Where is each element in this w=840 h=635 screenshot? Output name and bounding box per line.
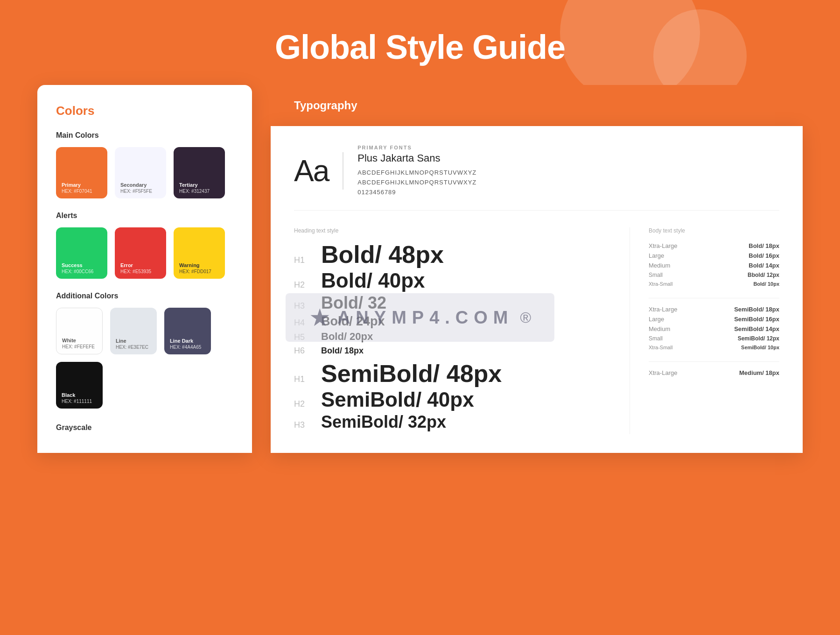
typography-body: Aa PRIMARY FONTS Plus Jakarta Sans ABCDE… <box>271 126 803 453</box>
body-sm-semi-weight: SemiBold/ 12px <box>738 335 779 342</box>
body-md-semi-weight: SemiBold/ 14px <box>734 325 779 332</box>
h1-tag: H1 <box>294 255 311 265</box>
body-lg-label: Large <box>649 252 691 259</box>
body-xs-label: Xtra-Small <box>649 281 691 287</box>
alerts-title: Alerts <box>56 212 233 220</box>
swatch-error: Error HEX: #E53935 <box>115 227 166 279</box>
swatch-tertiary: Tertiary HEX: #312437 <box>174 147 225 198</box>
h1-bold-label: Bold/ 48px <box>321 242 444 267</box>
colors-panel: Colors Main Colors Primary HEX: #F07041 … <box>37 85 252 453</box>
font-showcase: Aa PRIMARY FONTS Plus Jakarta Sans ABCDE… <box>294 145 779 211</box>
h1-semi-tag: H1 <box>294 374 311 384</box>
heading-h5-bold: H5 Bold/ 20px <box>294 332 611 342</box>
additional-colors-title: Additional Colors <box>56 292 233 300</box>
h2-tag: H2 <box>294 280 311 290</box>
h3-semi-label: SemiBold/ 32px <box>321 414 446 430</box>
swatch-error-hex: HEX: #E53935 <box>120 269 161 274</box>
swatch-white-label: White <box>62 338 97 343</box>
alphabet-line2: ABCDEFGHIJKLMNOPQRSTUVWXYZ <box>357 178 476 188</box>
swatch-linedark: Line Dark HEX: #4A4A65 <box>164 308 211 354</box>
body-medium-section: Xtra-Large Medium/ 18px <box>649 369 779 376</box>
swatch-line-hex: HEX: #E3E7EC <box>116 345 151 350</box>
h3-tag: H3 <box>294 301 311 311</box>
swatch-primary-label: Primary <box>62 182 102 188</box>
alphabet-line1: ABCDEFGHIJKLMNOPQRSTUVWXYZ <box>357 168 476 178</box>
body-lg-semi: Large SemiBold/ 16px <box>649 316 779 323</box>
body-md-semi-label: Medium <box>649 325 691 332</box>
body-lg-weight: Bold/ 16px <box>749 252 779 259</box>
body-xl-bold: Xtra-Large Bold/ 18px <box>649 242 779 249</box>
colors-section-title: Colors <box>56 104 233 118</box>
swatch-success: Success HEX: #00CC66 <box>56 227 107 279</box>
body-xs-semi: Xtra-Small SemiBold/ 10px <box>649 345 779 350</box>
body-xs-semi-label: Xtra-Small <box>649 345 691 350</box>
additional-swatches: White HEX: #FEFEFE Line HEX: #E3E7EC Lin… <box>56 308 233 409</box>
typography-header-label: Typography <box>294 99 357 112</box>
heading-h1-semi: H1 SemiBold/ 48px <box>294 361 611 386</box>
body-xl-semi-weight: SemiBold/ 18px <box>734 306 779 313</box>
main-colors-title: Main Colors <box>56 131 233 140</box>
body-semibold-section: Xtra-Large SemiBold/ 18px Large SemiBold… <box>649 306 779 350</box>
body-sm-semi: Small SemiBold/ 12px <box>649 335 779 342</box>
h1-semi-label: SemiBold/ 48px <box>321 361 502 386</box>
body-xs-bold: Xtra-Small Bold/ 10px <box>649 281 779 287</box>
body-bold-section: Xtra-Large Bold/ 18px Large Bold/ 16px M… <box>649 242 779 287</box>
swatch-warning-hex: HEX: #FDD017 <box>179 269 219 274</box>
heading-h1-bold: H1 Bold/ 48px <box>294 242 611 267</box>
font-sample-aa: Aa <box>294 154 329 188</box>
body-xs-weight: Bold/ 10px <box>753 281 779 287</box>
swatch-secondary-hex: HEX: #F5F5FE <box>120 189 161 194</box>
typography-panel: Typography Aa PRIMARY FONTS Plus Jakarta… <box>271 85 803 453</box>
swatch-warning: Warning HEX: #FDD017 <box>174 227 225 279</box>
typography-header: Typography <box>271 85 803 126</box>
swatch-linedark-label: Line Dark <box>170 338 205 344</box>
swatch-success-hex: HEX: #00CC66 <box>62 269 102 274</box>
swatch-white-hex: HEX: #FEFEFE <box>62 344 97 349</box>
body-divider-2 <box>649 361 779 362</box>
heading-h6-bold: H6 Bold/ 18px <box>294 346 611 356</box>
h4-bold-label: Bold/ 24px <box>321 315 385 328</box>
swatch-primary: Primary HEX: #F07041 <box>56 147 107 198</box>
body-md-weight: Bold/ 14px <box>749 262 779 269</box>
grayscale-title: Grayscale <box>56 423 233 432</box>
body-divider-1 <box>649 298 779 298</box>
body-md-label: Medium <box>649 262 691 269</box>
body-lg-semi-weight: SemiBold/ 16px <box>734 316 779 323</box>
h5-bold-label: Bold/ 20px <box>321 332 373 342</box>
h3-bold-label: Bold/ 32 <box>321 295 386 311</box>
h5-tag: H5 <box>294 332 311 342</box>
heading-column: Heading text style H1 Bold/ 48px H2 Bold… <box>294 227 630 434</box>
body-xl-semi-label: Xtra-Large <box>649 306 691 313</box>
body-md-bold: Medium Bold/ 14px <box>649 262 779 269</box>
swatch-secondary: Secondary HEX: #F5F5FE <box>115 147 166 198</box>
body-sm-bold: Small Bbold/ 12px <box>649 272 779 278</box>
swatch-error-label: Error <box>120 262 161 268</box>
body-xl-label: Xtra-Large <box>649 242 691 249</box>
h3-semi-tag: H3 <box>294 420 311 430</box>
swatch-success-label: Success <box>62 262 102 268</box>
body-lg-bold: Large Bold/ 16px <box>649 252 779 259</box>
swatch-black-hex: HEX: #111111 <box>62 399 97 404</box>
body-xl-weight: Bold/ 18px <box>749 242 779 249</box>
body-xl-semi: Xtra-Large SemiBold/ 18px <box>649 306 779 313</box>
body-xl-medium-weight: Medium/ 18px <box>739 369 779 376</box>
swatch-tertiary-label: Tertiary <box>179 182 219 188</box>
h6-tag: H6 <box>294 346 311 356</box>
heading-h3-bold: H3 Bold/ 32 <box>294 295 611 311</box>
alphabet-numbers: 0123456789 <box>357 188 476 198</box>
font-divider <box>343 152 343 190</box>
swatch-secondary-label: Secondary <box>120 182 161 188</box>
swatch-line: Line HEX: #E3E7EC <box>110 308 157 354</box>
page-header: Global Style Guide <box>0 0 840 85</box>
body-xs-semi-weight: SemiBold/ 10px <box>741 345 779 350</box>
h4-tag: H4 <box>294 318 311 328</box>
body-md-semi: Medium SemiBold/ 14px <box>649 325 779 332</box>
h2-bold-label: Bold/ 40px <box>321 270 425 291</box>
swatch-warning-label: Warning <box>179 262 219 268</box>
swatch-white: White HEX: #FEFEFE <box>56 308 103 354</box>
heading-h4-bold: H4 Bold/ 24px <box>294 315 611 328</box>
h2-semi-label: SemiBold/ 40px <box>321 389 474 410</box>
swatch-linedark-hex: HEX: #4A4A65 <box>170 345 205 350</box>
heading-h3-semi: H3 SemiBold/ 32px <box>294 414 611 430</box>
heading-h2-semi: H2 SemiBold/ 40px <box>294 389 611 410</box>
